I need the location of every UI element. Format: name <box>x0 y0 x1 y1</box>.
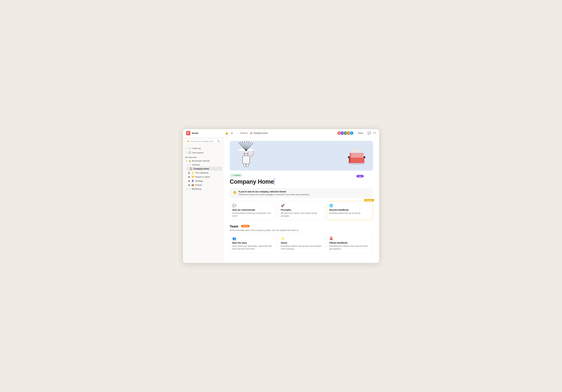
expand-arrow-pc: ▶ <box>188 176 190 178</box>
card-about[interactable]: ✨ About Everything related to the genesi… <box>278 234 325 253</box>
wave-icon: 👋 <box>233 190 237 195</box>
svg-rect-21 <box>350 153 364 158</box>
card-offsite[interactable]: 🚨 Offsite Handbook Everything you need t… <box>327 234 373 253</box>
catchup-icon: 🕐 <box>188 147 191 150</box>
breadcrumb-general[interactable]: General <box>240 132 247 134</box>
back-button[interactable]: ‹ <box>235 132 237 135</box>
svg-point-15 <box>253 151 254 152</box>
expand-arrow-general: ▼ <box>186 164 188 166</box>
expand-arrow-hb: ▶ <box>188 172 190 174</box>
breadcrumb-area: ‹ › General / 🏠 Company home <box>235 132 335 135</box>
sidebar-channel-general-label: General <box>192 163 199 166</box>
layout-icon[interactable]: ⊞ <box>231 132 233 135</box>
knowledge-icon: 🤌 <box>187 140 189 142</box>
svg-rect-1 <box>188 132 189 133</box>
card-principles[interactable]: 🚀 Principles We don't force values, we'r… <box>278 201 325 220</box>
card-communication[interactable]: 💬 How we communicate Communication is th… <box>230 201 276 220</box>
svg-rect-19 <box>349 158 364 163</box>
expand-arrow-pol: ▶ <box>188 184 190 186</box>
sidebar-item-handbook-label: The Handbook <box>195 172 209 174</box>
comment-icon[interactable]: 💬 <box>368 131 371 135</box>
breadcrumb-current[interactable]: Company home <box>253 132 268 134</box>
sidebar-item-catchup-label: Catch up <box>192 147 201 150</box>
hero-banner <box>230 141 373 171</box>
header: Acme 🔔 ⊞ ‹ › General / 🏠 Company home A … <box>183 129 379 137</box>
main-content: ✓ Verified Company Home Juan 👋 If you're… <box>223 137 379 263</box>
svg-rect-20 <box>349 158 351 163</box>
app-window: Acme 🔔 ⊞ ‹ › General / 🏠 Company home A … <box>183 129 379 263</box>
sidebar-item-company-home[interactable]: 🏠 Company Home <box>186 167 222 171</box>
header-left: Acme 🔔 ⊞ <box>186 131 233 135</box>
svg-point-23 <box>348 163 365 165</box>
sidebar-item-strategy-label: Strategy <box>195 180 203 182</box>
sidebar-section-title: My Channels <box>183 155 223 159</box>
hero-figure-left <box>236 141 256 171</box>
svg-rect-16 <box>244 163 246 167</box>
welcome-title: If you're new to our company, welcome ho… <box>239 190 310 193</box>
body: 🤌 Ask your knowledge base 🔍 🕐 Catch up 💬… <box>183 137 379 263</box>
avatar-stack: A B C D E <box>337 131 354 135</box>
private-icon: 🔒 <box>188 160 191 162</box>
card-remote[interactable]: Rebekka 🌐 Remote Handbook Everything abo… <box>327 201 373 220</box>
search-bar[interactable]: 🤌 Ask your knowledge base 🔍 <box>185 139 222 144</box>
card-remote-desc: Everything about how we do remote. <box>329 212 370 215</box>
svg-point-13 <box>247 153 248 154</box>
sidebar-channel-private-label: My private channel <box>192 160 210 162</box>
handbook-icon: ⭐ <box>191 172 194 174</box>
discussions-icon: 💬 <box>188 151 191 154</box>
card-offsite-title: Offsite Handbook <box>329 242 370 244</box>
card-meet-team-title: Meet the team <box>232 242 273 244</box>
company-home-icon: 🏠 <box>190 167 192 170</box>
card-principles-desc: We don't force values, we're driven by f… <box>281 212 322 217</box>
svg-rect-0 <box>187 132 188 133</box>
sidebar-item-policies[interactable]: ▶ 📦 Policies <box>186 183 222 187</box>
card-principles-title: Principles <box>281 209 322 211</box>
strategy-icon: 🔮 <box>191 180 194 182</box>
sidebar-channel-private[interactable]: ▶ 🔒 My private channel <box>184 159 222 163</box>
sidebar-item-discussions-label: Discussions <box>192 151 204 154</box>
breadcrumb-separator: / <box>248 132 249 134</box>
header-top-icons: 🔔 ⊞ <box>225 132 233 135</box>
page-title-row: Company Home Juan <box>230 178 373 185</box>
verified-label: Verified <box>234 174 241 176</box>
sidebar-item-handbook[interactable]: ▶ ⭐ The Handbook <box>186 171 222 175</box>
card-communication-title: How we communicate <box>232 209 273 211</box>
sidebar-item-strategy[interactable]: ▶ 🔮 Strategy <box>186 179 222 183</box>
expand-arrow-st: ▶ <box>188 180 190 182</box>
cards-grid-1: 💬 How we communicate Communication is th… <box>230 201 373 220</box>
share-button[interactable]: Share <box>356 131 365 135</box>
welcome-subtitle: Feel free to reach out to your manager o… <box>239 193 310 196</box>
card-meet-team[interactable]: 👥 Meet the team Get to know your teammat… <box>230 234 276 253</box>
policies-icon: 📦 <box>191 184 194 186</box>
card-meet-team-desc: Get to know your teammates, spend time w… <box>232 245 273 250</box>
dot-indicator <box>186 148 187 149</box>
team-section-title: Team <box>230 224 238 229</box>
app-logo <box>186 131 190 135</box>
more-icon[interactable]: ••• <box>373 131 376 135</box>
sidebar-item-people[interactable]: ▶ 💛 People & culture <box>186 175 222 179</box>
principles-icon: 🚀 <box>281 204 322 208</box>
svg-rect-2 <box>187 133 188 134</box>
sidebar-channel-general[interactable]: ▼ 📄 General <box>184 163 222 167</box>
avatar-5: E <box>350 131 354 135</box>
marketing-icon: 📄 <box>188 188 191 190</box>
sidebar-item-catchup[interactable]: 🕐 Catch up <box>184 146 222 150</box>
search-icon[interactable]: 🔍 <box>217 140 220 142</box>
sidebar-channel-marketing[interactable]: ▶ 📄 Marketing <box>184 187 222 191</box>
remote-icon: 🌐 <box>329 204 370 208</box>
communication-icon: 💬 <box>232 204 273 208</box>
app-name: Acme <box>192 132 198 134</box>
about-icon: ✨ <box>281 237 322 240</box>
forward-button[interactable]: › <box>237 132 239 135</box>
card-remote-title: Remote Handbook <box>329 209 370 211</box>
dot-indicator <box>186 152 187 153</box>
breadcrumb: General / 🏠 Company home <box>240 132 268 134</box>
svg-rect-17 <box>246 163 248 167</box>
welcome-box: 👋 If you're new to our company, welcome … <box>230 188 373 198</box>
expand-arrow-private: ▶ <box>186 160 187 162</box>
bell-icon[interactable]: 🔔 <box>225 132 228 135</box>
cards-grid-2: 👥 Meet the team Get to know your teammat… <box>230 234 373 253</box>
sidebar-item-company-home-label: Company Home <box>194 168 209 170</box>
card-communication-desc: Communication is the key to teamwork. Le… <box>232 212 273 217</box>
sidebar-item-discussions[interactable]: 💬 Discussions <box>184 150 222 155</box>
